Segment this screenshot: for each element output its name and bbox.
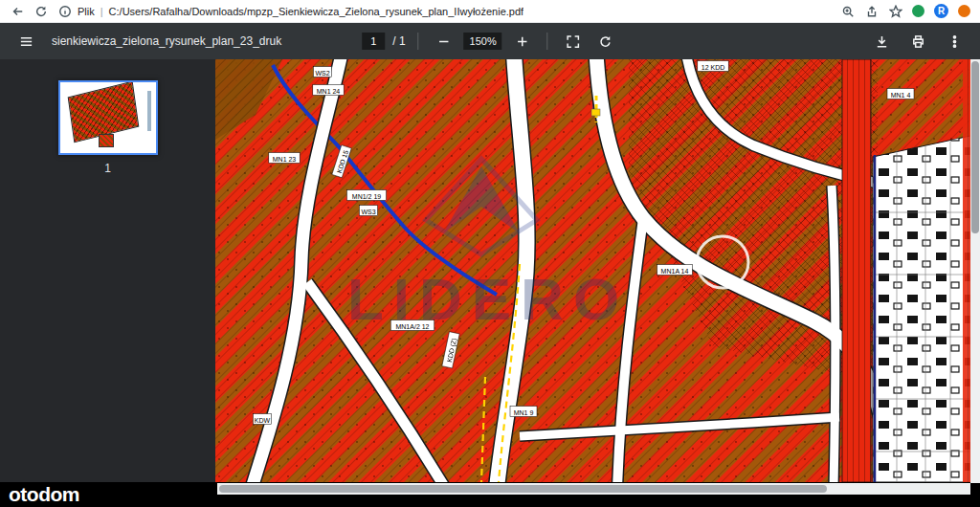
horizontal-scrollbar[interactable]	[217, 483, 970, 495]
map-label: MN1A/2 12	[390, 320, 434, 331]
url-prefix-label: Plik	[78, 6, 95, 17]
menu-button[interactable]	[13, 29, 38, 54]
svg-text:MN1 9: MN1 9	[514, 409, 534, 416]
svg-text:MN1 4: MN1 4	[891, 92, 911, 99]
svg-text:MN1 23: MN1 23	[273, 156, 297, 163]
map-label: KDW	[253, 414, 271, 425]
page-thumbnail[interactable]	[58, 80, 158, 155]
refresh-icon[interactable]	[33, 4, 48, 18]
otodom-logo: otodom	[9, 483, 79, 506]
page-info-icon[interactable]	[57, 4, 72, 18]
bookmark-star-icon[interactable]	[888, 4, 902, 18]
svg-text:MN1A/2 12: MN1A/2 12	[395, 323, 429, 330]
svg-text:WS2: WS2	[315, 70, 329, 77]
watermark-text: LIDERO	[347, 266, 629, 332]
map-label: 12 KDD	[698, 61, 728, 72]
fit-page-button[interactable]	[561, 29, 586, 54]
map-label: MN1 4	[887, 89, 914, 99]
pdf-actions	[869, 29, 967, 54]
map-label: MN1 24	[313, 85, 344, 96]
thumbnail-sidebar: 1	[0, 59, 215, 482]
map-label: WS2	[313, 67, 331, 77]
svg-text:12 KDD: 12 KDD	[702, 64, 725, 71]
svg-text:MN1/2 19: MN1/2 19	[352, 193, 381, 200]
browser-bar: Plik | C:/Users/Rafalha/Downloads/mpzp_S…	[0, 0, 980, 23]
map-label: MN1/2 19	[346, 190, 386, 201]
vertical-scrollbar-thumb[interactable]	[971, 61, 979, 233]
url-separator: |	[100, 6, 103, 17]
svg-text:WS3: WS3	[361, 209, 375, 215]
zoom-out-button[interactable]	[432, 29, 457, 54]
url-text: C:/Users/Rafalha/Downloads/mpzp_Sienkiew…	[109, 6, 524, 17]
thumbnail-page-number: 1	[0, 162, 215, 175]
svg-text:MN1 24: MN1 24	[317, 88, 341, 95]
map-label: MN1 23	[269, 153, 300, 164]
download-icon[interactable]	[869, 29, 894, 54]
svg-text:KDW: KDW	[255, 417, 271, 424]
zoom-in-button[interactable]	[510, 29, 535, 54]
pdf-toolbar: sienkiewicza_zielona_rysunek_plan_23_dru…	[0, 23, 980, 59]
horizontal-scrollbar-thumb[interactable]	[219, 485, 827, 493]
map-label: MN1 9	[510, 407, 537, 417]
zoom-search-icon[interactable]	[840, 4, 855, 18]
more-options-icon[interactable]	[942, 29, 967, 54]
thumbnail-scroll-hint	[147, 91, 151, 131]
back-icon[interactable]	[10, 4, 24, 18]
document-title: sienkiewicza_zielona_rysunek_plan_23_dru…	[52, 34, 281, 48]
extension-icon[interactable]	[912, 5, 924, 17]
browser-menu-icon[interactable]	[958, 5, 970, 17]
pdf-page-map[interactable]: LIDERO WS2MN1 24MN1 23KDD 15MN1/2 19WS3M…	[215, 59, 970, 482]
vertical-scrollbar[interactable]	[970, 59, 980, 483]
page-count-label: / 1	[392, 34, 405, 48]
page-number-input[interactable]	[362, 33, 385, 50]
map-label: WS3	[359, 206, 377, 216]
divider	[418, 33, 419, 50]
thumbnail-map-fragment	[99, 134, 114, 147]
url-bar[interactable]: Plik | C:/Users/Rafalha/Downloads/mpzp_S…	[57, 4, 523, 18]
print-icon[interactable]	[905, 29, 930, 54]
rotate-button[interactable]	[593, 29, 618, 54]
zoom-level: 150%	[464, 33, 502, 50]
profile-avatar[interactable]: R	[934, 4, 948, 18]
share-icon[interactable]	[864, 4, 879, 18]
browser-actions: R	[840, 4, 970, 18]
divider	[547, 33, 548, 50]
svg-text:MN1A 14: MN1A 14	[661, 268, 689, 275]
pdf-controls: / 1 150%	[362, 29, 617, 54]
map-label: MN1A 14	[657, 265, 693, 276]
